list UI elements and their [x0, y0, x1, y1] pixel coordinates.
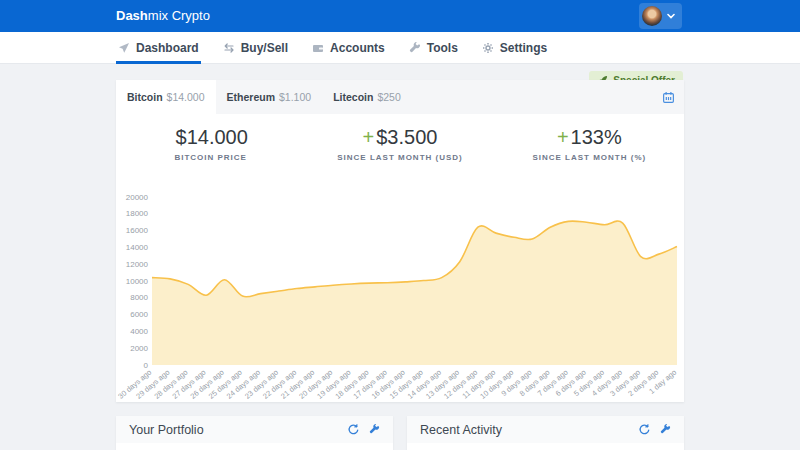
tab-price: $1.100: [279, 91, 311, 103]
nav-item-label: Tools: [427, 41, 458, 55]
refresh-icon[interactable]: [348, 424, 359, 435]
wrench-icon: [409, 42, 421, 54]
card-title: Your Portfolio: [129, 423, 348, 437]
plus-sign: +: [363, 126, 375, 148]
nav-item-label: Dashboard: [136, 41, 199, 55]
crypto-overview-card: Bitcoin $14.000 Ethereum $1.100 Litecoin…: [116, 80, 684, 402]
svg-text:6000: 6000: [130, 310, 148, 319]
stat-bitcoin-price: $14.000 BITCOIN PRICE: [116, 114, 305, 180]
nav-item-label: Accounts: [330, 41, 385, 55]
tab-name: Ethereum: [227, 91, 275, 103]
brand-bold: Dash: [116, 8, 148, 23]
nav-item-label: Buy/Sell: [241, 41, 288, 55]
stats-row: $14.000 BITCOIN PRICE +$3.500 SINCE LAST…: [116, 114, 684, 180]
stat-value: 133%: [571, 126, 622, 148]
chevron-down-icon: [667, 13, 675, 19]
svg-text:18000: 18000: [126, 209, 149, 218]
recent-activity-card: Recent Activity: [407, 416, 684, 450]
tab-name: Bitcoin: [127, 91, 163, 103]
stat-change-percent: +133% SINCE LAST MONTH (%): [495, 114, 684, 180]
wallet-icon: [312, 42, 324, 54]
stat-label: BITCOIN PRICE: [116, 153, 305, 162]
svg-text:14000: 14000: [126, 243, 149, 252]
svg-text:16000: 16000: [126, 226, 149, 235]
paper-plane-icon: [118, 42, 130, 54]
nav-item-tools[interactable]: Tools: [408, 32, 459, 64]
card-title: Recent Activity: [420, 423, 639, 437]
user-menu-dropdown[interactable]: [639, 3, 682, 29]
wrench-icon[interactable]: [660, 424, 671, 435]
swap-arrows-icon: [223, 42, 235, 54]
gear-icon: [482, 42, 494, 54]
tab-ethereum[interactable]: Ethereum $1.100: [216, 80, 323, 114]
nav-item-buy-sell[interactable]: Buy/Sell: [222, 32, 289, 64]
stat-label: SINCE LAST MONTH (USD): [305, 153, 494, 162]
svg-text:2000: 2000: [130, 344, 148, 353]
wrench-icon[interactable]: [369, 424, 380, 435]
tab-price: $14.000: [167, 91, 205, 103]
svg-text:8000: 8000: [130, 293, 148, 302]
svg-text:20000: 20000: [126, 193, 149, 202]
chart-area: 0200040006000800010000120001400016000180…: [116, 180, 684, 402]
stat-value: $3.500: [376, 126, 437, 148]
refresh-icon[interactable]: [639, 424, 650, 435]
brand-rest: mix Crypto: [148, 8, 210, 23]
portfolio-card: Your Portfolio: [116, 416, 393, 450]
tab-bitcoin[interactable]: Bitcoin $14.000: [116, 80, 216, 114]
nav-item-settings[interactable]: Settings: [481, 32, 548, 64]
svg-text:10000: 10000: [126, 277, 149, 286]
main-nav: Dashboard Buy/Sell Accounts Tools: [0, 32, 800, 64]
price-chart: 0200040006000800010000120001400016000180…: [116, 180, 684, 402]
stat-value: $14.000: [176, 126, 248, 148]
svg-text:12000: 12000: [126, 260, 149, 269]
tab-name: Litecoin: [333, 91, 373, 103]
tab-litecoin[interactable]: Litecoin $250: [322, 80, 412, 114]
crypto-tabs: Bitcoin $14.000 Ethereum $1.100 Litecoin…: [116, 80, 684, 114]
brand-logo[interactable]: Dashmix Crypto: [116, 0, 210, 32]
calendar-icon[interactable]: [660, 89, 676, 105]
top-bar: Dashmix Crypto: [0, 0, 800, 32]
stat-change-usd: +$3.500 SINCE LAST MONTH (USD): [305, 114, 494, 180]
stat-label: SINCE LAST MONTH (%): [495, 153, 684, 162]
tab-price: $250: [377, 91, 400, 103]
nav-item-accounts[interactable]: Accounts: [311, 32, 386, 64]
svg-text:4000: 4000: [130, 327, 148, 336]
nav-item-dashboard[interactable]: Dashboard: [117, 32, 200, 64]
avatar: [642, 6, 662, 26]
plus-sign: +: [557, 126, 569, 148]
nav-item-label: Settings: [500, 41, 547, 55]
